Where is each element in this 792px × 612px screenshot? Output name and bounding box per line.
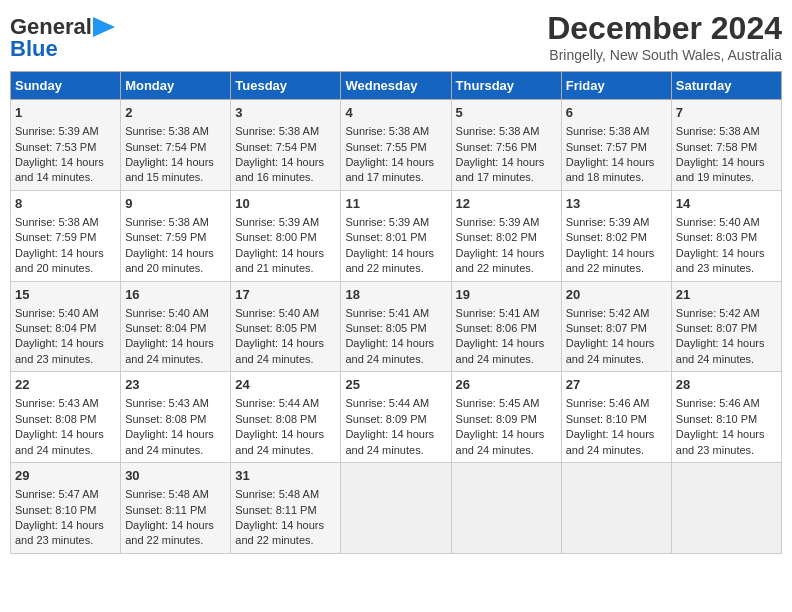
daylight-text: Daylight: 14 hours and 24 minutes. [676,337,765,364]
daylight-text: Daylight: 14 hours and 24 minutes. [125,337,214,364]
sunset-text: Sunset: 7:54 PM [125,141,206,153]
sunrise-text: Sunrise: 5:40 AM [125,307,209,319]
daylight-text: Daylight: 14 hours and 17 minutes. [345,156,434,183]
daylight-text: Daylight: 14 hours and 24 minutes. [15,428,104,455]
day-number: 14 [676,195,777,213]
sunrise-text: Sunrise: 5:42 AM [676,307,760,319]
sunset-text: Sunset: 8:01 PM [345,231,426,243]
table-row: 13Sunrise: 5:39 AMSunset: 8:02 PMDayligh… [561,190,671,281]
sunrise-text: Sunrise: 5:47 AM [15,488,99,500]
day-number: 5 [456,104,557,122]
sunset-text: Sunset: 8:10 PM [566,413,647,425]
daylight-text: Daylight: 14 hours and 20 minutes. [125,247,214,274]
day-number: 9 [125,195,226,213]
daylight-text: Daylight: 14 hours and 23 minutes. [676,428,765,455]
sunrise-text: Sunrise: 5:39 AM [566,216,650,228]
day-number: 12 [456,195,557,213]
header: General Blue December 2024 Bringelly, Ne… [10,10,782,63]
sunset-text: Sunset: 8:02 PM [456,231,537,243]
day-number: 27 [566,376,667,394]
daylight-text: Daylight: 14 hours and 22 minutes. [345,247,434,274]
daylight-text: Daylight: 14 hours and 18 minutes. [566,156,655,183]
daylight-text: Daylight: 14 hours and 24 minutes. [566,337,655,364]
day-number: 25 [345,376,446,394]
sunset-text: Sunset: 8:04 PM [125,322,206,334]
day-number: 7 [676,104,777,122]
svg-marker-0 [93,17,115,37]
sunset-text: Sunset: 8:03 PM [676,231,757,243]
col-saturday: Saturday [671,72,781,100]
daylight-text: Daylight: 14 hours and 20 minutes. [15,247,104,274]
day-number: 6 [566,104,667,122]
sunrise-text: Sunrise: 5:42 AM [566,307,650,319]
day-number: 18 [345,286,446,304]
calendar-row: 8Sunrise: 5:38 AMSunset: 7:59 PMDaylight… [11,190,782,281]
sunset-text: Sunset: 8:10 PM [676,413,757,425]
daylight-text: Daylight: 14 hours and 24 minutes. [566,428,655,455]
sunrise-text: Sunrise: 5:48 AM [235,488,319,500]
daylight-text: Daylight: 14 hours and 14 minutes. [15,156,104,183]
table-row: 5Sunrise: 5:38 AMSunset: 7:56 PMDaylight… [451,100,561,191]
sunset-text: Sunset: 7:57 PM [566,141,647,153]
sunset-text: Sunset: 7:53 PM [15,141,96,153]
daylight-text: Daylight: 14 hours and 23 minutes. [15,337,104,364]
daylight-text: Daylight: 14 hours and 24 minutes. [235,428,324,455]
sunset-text: Sunset: 8:07 PM [566,322,647,334]
day-number: 10 [235,195,336,213]
daylight-text: Daylight: 14 hours and 22 minutes. [566,247,655,274]
sunset-text: Sunset: 8:05 PM [345,322,426,334]
col-friday: Friday [561,72,671,100]
day-number: 19 [456,286,557,304]
table-row: 29Sunrise: 5:47 AMSunset: 8:10 PMDayligh… [11,463,121,554]
table-row: 2Sunrise: 5:38 AMSunset: 7:54 PMDaylight… [121,100,231,191]
table-row: 26Sunrise: 5:45 AMSunset: 8:09 PMDayligh… [451,372,561,463]
sunrise-text: Sunrise: 5:43 AM [125,397,209,409]
day-number: 20 [566,286,667,304]
table-row: 15Sunrise: 5:40 AMSunset: 8:04 PMDayligh… [11,281,121,372]
calendar-row: 29Sunrise: 5:47 AMSunset: 8:10 PMDayligh… [11,463,782,554]
sunset-text: Sunset: 7:58 PM [676,141,757,153]
day-number: 1 [15,104,116,122]
day-number: 28 [676,376,777,394]
calendar-row: 1Sunrise: 5:39 AMSunset: 7:53 PMDaylight… [11,100,782,191]
day-number: 16 [125,286,226,304]
sunset-text: Sunset: 8:09 PM [345,413,426,425]
sunset-text: Sunset: 8:00 PM [235,231,316,243]
daylight-text: Daylight: 14 hours and 24 minutes. [456,428,545,455]
sunrise-text: Sunrise: 5:43 AM [15,397,99,409]
table-row: 3Sunrise: 5:38 AMSunset: 7:54 PMDaylight… [231,100,341,191]
sunrise-text: Sunrise: 5:38 AM [456,125,540,137]
daylight-text: Daylight: 14 hours and 19 minutes. [676,156,765,183]
sunset-text: Sunset: 8:04 PM [15,322,96,334]
daylight-text: Daylight: 14 hours and 22 minutes. [456,247,545,274]
day-number: 2 [125,104,226,122]
table-row [451,463,561,554]
table-row: 10Sunrise: 5:39 AMSunset: 8:00 PMDayligh… [231,190,341,281]
table-row [561,463,671,554]
table-row: 6Sunrise: 5:38 AMSunset: 7:57 PMDaylight… [561,100,671,191]
table-row: 28Sunrise: 5:46 AMSunset: 8:10 PMDayligh… [671,372,781,463]
sunrise-text: Sunrise: 5:40 AM [235,307,319,319]
col-thursday: Thursday [451,72,561,100]
sunrise-text: Sunrise: 5:38 AM [15,216,99,228]
day-number: 8 [15,195,116,213]
table-row: 21Sunrise: 5:42 AMSunset: 8:07 PMDayligh… [671,281,781,372]
daylight-text: Daylight: 14 hours and 24 minutes. [345,337,434,364]
sunset-text: Sunset: 7:54 PM [235,141,316,153]
table-row: 19Sunrise: 5:41 AMSunset: 8:06 PMDayligh… [451,281,561,372]
day-number: 29 [15,467,116,485]
header-row: Sunday Monday Tuesday Wednesday Thursday… [11,72,782,100]
sunrise-text: Sunrise: 5:44 AM [235,397,319,409]
daylight-text: Daylight: 14 hours and 24 minutes. [235,337,324,364]
table-row: 1Sunrise: 5:39 AMSunset: 7:53 PMDaylight… [11,100,121,191]
table-row: 9Sunrise: 5:38 AMSunset: 7:59 PMDaylight… [121,190,231,281]
sunset-text: Sunset: 7:59 PM [15,231,96,243]
day-number: 11 [345,195,446,213]
sunrise-text: Sunrise: 5:39 AM [235,216,319,228]
sunrise-text: Sunrise: 5:44 AM [345,397,429,409]
table-row: 30Sunrise: 5:48 AMSunset: 8:11 PMDayligh… [121,463,231,554]
daylight-text: Daylight: 14 hours and 22 minutes. [125,519,214,546]
daylight-text: Daylight: 14 hours and 24 minutes. [456,337,545,364]
sunrise-text: Sunrise: 5:41 AM [345,307,429,319]
daylight-text: Daylight: 14 hours and 24 minutes. [345,428,434,455]
